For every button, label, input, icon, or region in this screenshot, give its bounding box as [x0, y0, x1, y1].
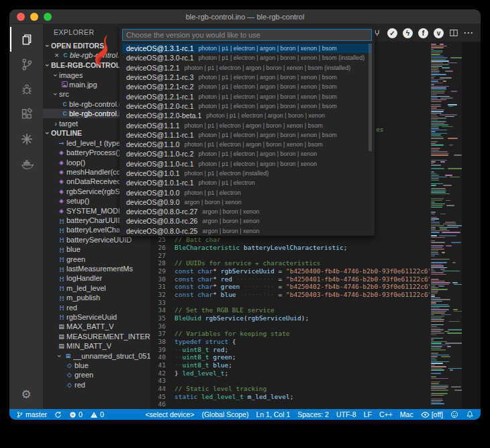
editor-scrollbar-area[interactable]: [462, 42, 481, 409]
code-line[interactable]: 46: [150, 400, 430, 408]
outline-item[interactable]: [~]batteryServiceUUID: [43, 235, 150, 244]
close-window-button[interactable]: [17, 13, 25, 21]
statusbar-branch[interactable]: master: [16, 409, 47, 420]
function-f-button[interactable]: f: [418, 28, 428, 38]
quick-pick-item[interactable]: deviceOS@1.2.0-beta.1photon | p1 | elect…: [122, 111, 372, 120]
code-line[interactable]: 38typedef struct {: [150, 338, 430, 346]
outline-item[interactable]: [~]m_publish: [43, 293, 150, 302]
code-line[interactable]: 34// Set the RGB BLE service: [150, 306, 430, 314]
quick-pick-item[interactable]: deviceOS@1.2.0-rc.1photon | p1 | electro…: [122, 101, 372, 111]
quick-pick-item[interactable]: deviceOS@1.3.0-rc.1photon | p1 | electro…: [122, 53, 372, 62]
statusbar-cursor-position[interactable]: Ln 1, Col 1: [256, 409, 290, 420]
code-line[interactable]: 31const char* green ········ = "b4250402…: [150, 283, 430, 291]
code-line[interactable]: 37// Variables for keeping state: [150, 330, 430, 338]
quick-pick-item[interactable]: deviceOS@1.3.1-rc.1photon | p1 | electro…: [122, 44, 372, 53]
quick-pick-item[interactable]: deviceOS@1.1.0photon | p1 | electron | a…: [122, 140, 372, 149]
maximize-window-button[interactable]: [44, 13, 52, 21]
minimap[interactable]: [430, 42, 462, 409]
code-line[interactable]: 25// Batt char: [150, 236, 430, 244]
quick-pick-item[interactable]: deviceOS@1.1.1-rc.1photon | p1 | electro…: [122, 130, 372, 140]
code-line[interactable]: 42} led_level_t;: [150, 369, 430, 377]
outline-item[interactable]: ◇red: [43, 380, 150, 390]
quick-pick-item[interactable]: deviceOS@1.1.0-rc.2photon | p1 | electro…: [122, 149, 372, 159]
activitybar-item-particle-workbench[interactable]: [10, 126, 42, 151]
code-line[interactable]: 26BleCharacteristic batteryLevelCharacte…: [150, 244, 430, 252]
statusbar-errors[interactable]: 0: [69, 409, 83, 420]
minimap-line: [431, 114, 437, 116]
outline-item[interactable]: ◇blue: [43, 361, 150, 370]
minimize-window-button[interactable]: [30, 13, 38, 21]
code-line[interactable]: 28// UUIDs for service + characteristics: [150, 259, 430, 267]
minimap-line: [431, 128, 439, 129]
outline-item[interactable]: [~]logHandler: [43, 273, 150, 283]
outline-item[interactable]: ›⊞__unnamed_struct_0511_1: [43, 351, 150, 360]
quick-pick-item[interactable]: deviceOS@1.2.1photon | p1 | electron | a…: [122, 63, 372, 73]
statusbar-scope[interactable]: (Global Scope): [201, 409, 248, 420]
statusbar-language-mode[interactable]: C++: [379, 409, 393, 420]
statusbar-indentation[interactable]: Spaces: 2: [297, 409, 329, 420]
quick-pick-item[interactable]: deviceOS@0.9.0argon | boron | xenon: [122, 197, 372, 207]
quick-pick-item[interactable]: deviceOS@1.0.1-rc.1photon | p1 | electro…: [122, 178, 372, 187]
code-line[interactable]: 27: [150, 251, 430, 259]
quick-pick-item[interactable]: deviceOS@1.1.1photon | p1 | electron | a…: [122, 120, 372, 130]
flash-button[interactable]: ϟ: [403, 28, 413, 38]
split-editor-icon[interactable]: [449, 28, 458, 38]
statusbar-eol[interactable]: LF: [364, 409, 372, 420]
statusbar-feedback[interactable]: [450, 409, 458, 420]
outline-item[interactable]: [~]blue: [43, 244, 150, 254]
outline-item[interactable]: [~]green: [43, 254, 150, 263]
code-line[interactable]: 30const char* red ·········· = "b4250401…: [150, 275, 430, 283]
quick-pick-item[interactable]: deviceOS@1.2.1-rc.1photon | p1 | electro…: [122, 91, 372, 101]
statusbar-platform[interactable]: Mac: [400, 409, 413, 420]
settings-gear-button[interactable]: ⚙: [9, 385, 43, 404]
code-line[interactable]: 36: [150, 322, 430, 330]
quick-pick-item[interactable]: deviceOS@0.8.0-rc.25argon | boron | xeno…: [122, 226, 372, 236]
quick-pick-item[interactable]: deviceOS@0.8.0-rc.26argon | boron | xeno…: [122, 216, 372, 226]
outline-item[interactable]: ▤MEASUREMENT_INTERVAL_MS: [43, 332, 150, 341]
outline-item[interactable]: [~]red: [43, 302, 150, 312]
statusbar-notifications[interactable]: [466, 409, 474, 420]
statusbar-warnings[interactable]: 0: [90, 409, 104, 420]
activitybar-item-explorer[interactable]: [10, 27, 42, 52]
activitybar-item-source-control[interactable]: [10, 52, 42, 77]
quick-pick-item[interactable]: deviceOS@1.2.1-rc.3photon | p1 | electro…: [122, 73, 372, 82]
outline-item[interactable]: [~]rgbServiceUuid: [43, 312, 150, 322]
outline-item[interactable]: [~]lastMeasurementMs: [43, 264, 150, 273]
outline-item[interactable]: ▤MIN_BATT_V: [43, 341, 150, 351]
obscured-code-fragment: es: [376, 126, 383, 133]
quick-pick-input[interactable]: [122, 29, 372, 41]
variable-v-button[interactable]: v: [434, 28, 444, 38]
code-line[interactable]: 40··uint8_t green;: [150, 353, 430, 361]
statusbar-sync[interactable]: [54, 409, 62, 420]
compile-button[interactable]: ✓: [387, 28, 397, 38]
code-line[interactable]: 39··uint8_t red;: [150, 345, 430, 353]
quick-pick-item[interactable]: deviceOS@1.1.0-rc.1photon | p1 | electro…: [122, 159, 372, 169]
activitybar-item-docker[interactable]: [10, 151, 42, 176]
outline-item[interactable]: ◇green: [43, 370, 150, 379]
code-line[interactable]: 29const char* rgbServiceUuid = "b4250400…: [150, 267, 430, 275]
quick-pick-item[interactable]: deviceOS@1.2.1-rc.2photon | p1 | electro…: [122, 82, 372, 91]
activitybar-item-extensions[interactable]: [10, 101, 42, 126]
statusbar-select-device[interactable]: <select device>: [145, 409, 194, 420]
code-line[interactable]: 41··uint8_t blue;: [150, 361, 430, 369]
more-actions-button[interactable]: ···: [464, 28, 474, 38]
title-bar[interactable]: ble-rgb-control.ino — ble-rgb-control: [9, 9, 481, 24]
code-line[interactable]: 33: [150, 298, 430, 306]
code-line[interactable]: 43: [150, 377, 430, 385]
quick-pick-scrollbar[interactable]: [369, 44, 372, 151]
statusbar-screencast[interactable]: [off]: [421, 409, 443, 420]
quick-pick-item[interactable]: deviceOS@1.0.1photon | p1 | electron (in…: [122, 169, 372, 178]
close-icon[interactable]: ×: [52, 51, 61, 59]
minimap-line: [431, 168, 444, 169]
code-line[interactable]: 35BleUuid rgbService(rgbServiceUuid);: [150, 314, 430, 322]
code-line[interactable]: 45static led_level_t m_led_level;: [150, 392, 430, 400]
outline-item[interactable]: [~]m_led_level: [43, 283, 150, 293]
activitybar-item-debug[interactable]: [10, 77, 42, 101]
code-area[interactable]: 25// Batt char26BleCharacteristic batter…: [150, 236, 430, 408]
code-line[interactable]: 44// Static level tracking: [150, 385, 430, 393]
quick-pick-item[interactable]: deviceOS@1.0.0photon | p1 | electron: [122, 187, 372, 197]
code-line[interactable]: 32const char* blue ········· = "b4250403…: [150, 291, 430, 299]
outline-item[interactable]: ▤MAX_BATT_V: [43, 322, 150, 331]
quick-pick-item[interactable]: deviceOS@0.8.0-rc.27argon | boron | xeno…: [122, 207, 372, 216]
statusbar-encoding[interactable]: UTF-8: [336, 409, 356, 420]
